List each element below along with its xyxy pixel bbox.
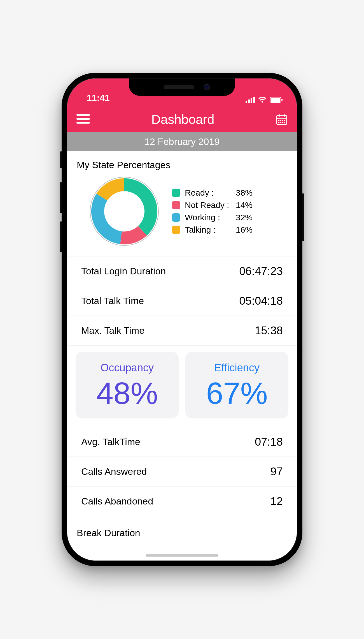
page-title: Dashboard [151,112,214,127]
legend-item: Talking :16% [172,225,287,235]
stat-label: Total Login Duration [81,266,166,277]
phone-volume-down [60,221,62,252]
battery-icon [270,97,283,103]
status-icons [246,96,283,103]
svg-rect-16 [282,122,283,123]
stat-row: Total Login Duration06:47:23 [67,256,297,286]
legend-value: 16% [236,225,255,235]
state-legend: Ready :38%Not Ready :14%Working :32%Talk… [172,185,287,237]
efficiency-card: Efficiency 67% [185,352,288,418]
legend-value: 14% [236,200,255,210]
svg-rect-2 [281,99,283,101]
legend-label: Talking : [185,225,232,235]
phone-frame: 11:41 [62,73,302,566]
svg-rect-1 [271,98,280,102]
home-indicator[interactable] [146,554,218,557]
cellular-icon [246,97,255,103]
phone-speaker [164,85,194,89]
status-time: 11:41 [87,93,110,103]
stat-value: 12 [270,495,283,508]
svg-rect-14 [278,122,279,123]
wifi-icon [258,96,267,103]
donut-slice-ready [124,178,157,235]
stat-label: Total Talk Time [81,295,144,306]
legend-swatch [172,201,180,209]
phone-notch [129,78,235,96]
stat-label: Calls Answered [81,466,147,477]
hamburger-icon [76,113,90,124]
legend-label: Ready : [185,188,232,198]
phone-volume-up [60,182,62,213]
stat-value: 06:47:23 [239,265,283,277]
occupancy-title: Occupancy [79,362,175,374]
efficiency-value: 67% [189,376,285,410]
occupancy-card: Occupancy 48% [76,352,179,418]
legend-item: Working :32% [172,213,287,222]
svg-rect-11 [280,120,281,121]
legend-item: Not Ready :14% [172,200,287,210]
legend-value: 38% [236,188,255,198]
stat-row: Calls Abandoned12 [67,486,297,516]
svg-rect-17 [284,122,285,123]
stat-value: 97 [270,465,283,478]
legend-label: Working : [185,213,232,222]
stat-label: Avg. TalkTime [81,436,140,447]
date-bar[interactable]: 12 February 2019 [67,132,297,151]
app-header: Dashboard [67,106,297,132]
stat-value: 15:38 [255,324,283,337]
occupancy-value: 48% [79,376,175,410]
break-duration-title: Break Duration [67,519,297,538]
legend-item: Ready :38% [172,188,287,198]
calendar-button[interactable] [276,113,288,126]
svg-rect-15 [280,122,281,123]
calendar-icon [276,113,288,126]
efficiency-title: Efficiency [189,362,285,374]
stat-label: Max. Talk Time [81,325,144,336]
stat-value: 07:18 [255,436,283,448]
svg-rect-13 [284,120,285,121]
legend-swatch [172,189,180,197]
state-percentages-title: My State Percentages [67,151,297,175]
stat-row: Total Talk Time05:04:18 [67,286,297,316]
legend-swatch [172,226,180,234]
screen: 11:41 [67,78,297,561]
menu-button[interactable] [76,113,90,126]
stat-row: Avg. TalkTime07:18 [67,427,297,457]
kpi-cards: Occupancy 48% Efficiency 67% [67,345,297,427]
donut-slice-working [91,194,122,244]
stat-row: Max. Talk Time15:38 [67,316,297,345]
state-donut-chart [88,175,161,248]
phone-camera [204,84,210,90]
legend-label: Not Ready : [185,200,232,210]
phone-power-button [302,193,304,241]
phone-silence-switch [60,151,62,168]
state-percentages-row: Ready :38%Not Ready :14%Working :32%Talk… [67,175,297,256]
svg-rect-10 [278,120,279,121]
stat-label: Calls Abandoned [81,496,153,507]
legend-value: 32% [236,213,255,222]
dashboard-content[interactable]: My State Percentages Ready :38%Not Ready… [67,151,297,561]
legend-swatch [172,213,180,222]
stat-row: Calls Answered97 [67,457,297,486]
svg-rect-12 [282,120,283,121]
stat-value: 05:04:18 [239,295,283,307]
